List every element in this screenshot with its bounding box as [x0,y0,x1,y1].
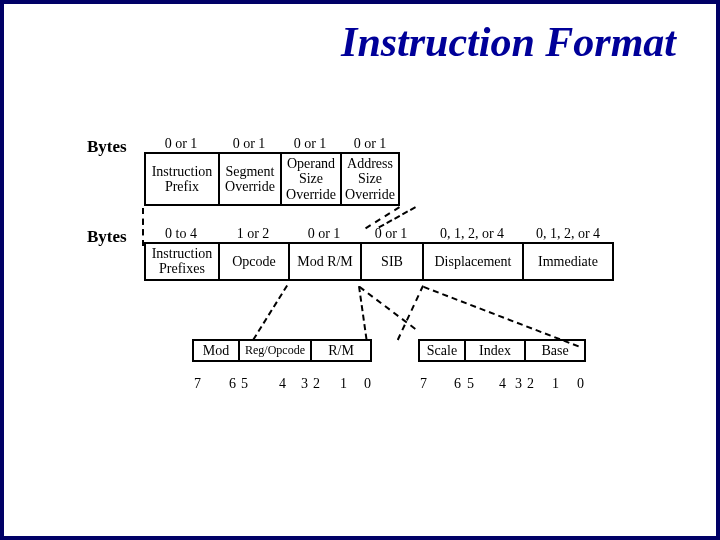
hdr: 0 or 1 [280,134,340,152]
dash [397,285,424,340]
cell: Mod [192,339,238,362]
hdr: 0, 1, 2, or 4 [522,224,614,242]
bit: 1 [552,376,559,392]
bit: 6 [454,376,461,392]
cell: Segment Override [218,152,280,206]
instruction-row: 0 to 4 1 or 2 0 or 1 0 or 1 0, 1, 2, or … [144,224,614,281]
cell: R/M [310,339,372,362]
bit: 5 [241,376,248,392]
bytes-label-2: Bytes [87,227,127,247]
bit: 3 [515,376,522,392]
hdr: 1 or 2 [218,224,288,242]
dash [358,286,367,340]
bit: 6 [229,376,236,392]
cell: SIB [360,242,422,281]
cell: Mod R/M [288,242,360,281]
hdr: 0 or 1 [144,134,218,152]
bit: 3 [301,376,308,392]
cell: Displacement [422,242,522,281]
cell: Address Size Override [340,152,400,206]
dash [142,208,144,246]
cell: Immediate [522,242,614,281]
hdr: 0, 1, 2, or 4 [422,224,522,242]
hdr: 0 or 1 [288,224,360,242]
dash [359,286,416,330]
bit: 5 [467,376,474,392]
hdr: 0 to 4 [144,224,218,242]
bit: 7 [420,376,427,392]
cell: Operand Size Override [280,152,340,206]
cell: Instruction Prefix [144,152,218,206]
bit: 2 [527,376,534,392]
cell: Scale [418,339,464,362]
bit: 1 [340,376,347,392]
bit: 0 [364,376,371,392]
slide-frame: Instruction Format Bytes 0 or 1 0 or 1 0… [0,0,720,540]
cell: Instruction Prefixes [144,242,218,281]
page-title: Instruction Format [341,18,676,66]
sib-row: Scale Index Base [418,339,586,362]
prefix-row: 0 or 1 0 or 1 0 or 1 0 or 1 Instruction … [144,134,400,206]
bit: 4 [499,376,506,392]
cell: Base [524,339,586,362]
cell: Reg/Opcode [238,339,310,362]
bit: 4 [279,376,286,392]
hdr: 0 or 1 [340,134,400,152]
cell: Opcode [218,242,288,281]
modrm-row: Mod Reg/Opcode R/M [192,339,372,362]
bit: 7 [194,376,201,392]
bytes-label-1: Bytes [87,137,127,157]
cell: Index [464,339,524,362]
hdr: 0 or 1 [218,134,280,152]
bit: 2 [313,376,320,392]
bit: 0 [577,376,584,392]
dash [252,285,288,340]
